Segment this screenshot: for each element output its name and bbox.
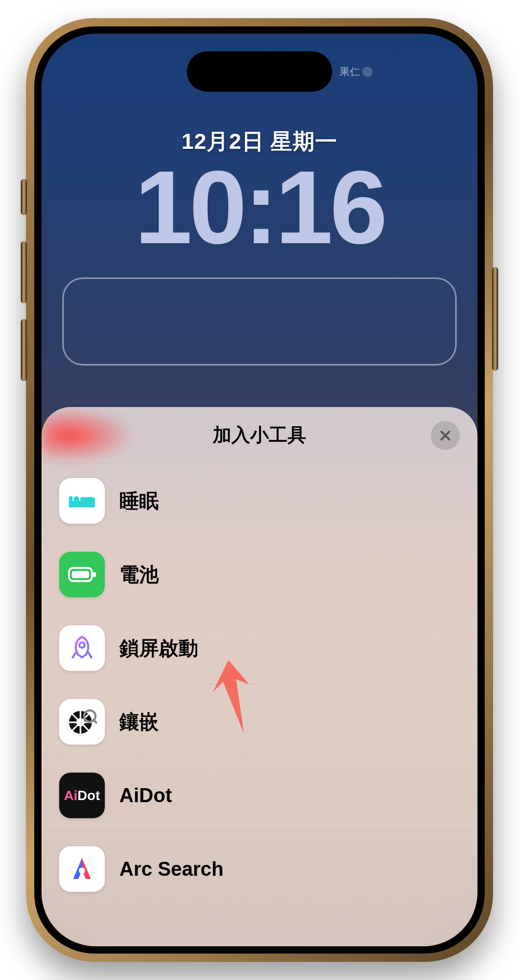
list-item-embed[interactable]: 鑲嵌 xyxy=(42,685,477,759)
list-item-sleep[interactable]: 睡眠 xyxy=(42,464,477,538)
mute-switch[interactable] xyxy=(21,179,27,215)
island-avatar-icon xyxy=(362,66,373,77)
list-item-label: AiDot xyxy=(119,785,172,807)
aidot-icon: AiDot xyxy=(59,773,105,818)
power-button[interactable] xyxy=(492,267,498,371)
add-widget-sheet: 加入小工具 xyxy=(42,407,477,946)
list-item-battery[interactable]: 電池 xyxy=(42,538,477,611)
list-item-label: 睡眠 xyxy=(119,488,159,514)
sheet-title: 加入小工具 xyxy=(213,423,306,448)
list-item-aidot[interactable]: AiDot AiDot xyxy=(42,759,477,832)
list-item-lock-launch[interactable]: 鎖屏啟動 xyxy=(42,611,477,685)
redaction-smudge xyxy=(42,407,135,464)
phone-bezel: 果仁 12月2日 星期一 10:16 加入小工具 xyxy=(34,26,485,954)
svg-rect-0 xyxy=(69,501,95,508)
svg-rect-3 xyxy=(80,497,95,502)
sheet-header: 加入小工具 xyxy=(42,407,477,464)
bed-icon xyxy=(59,478,105,524)
svg-rect-1 xyxy=(69,496,73,508)
svg-rect-6 xyxy=(93,572,96,577)
list-item-label: 鑲嵌 xyxy=(119,709,159,735)
close-button[interactable] xyxy=(431,421,460,450)
svg-point-2 xyxy=(74,496,79,502)
lock-time: 10:16 xyxy=(42,148,477,267)
svg-rect-5 xyxy=(72,571,89,578)
widget-list: 睡眠 電池 xyxy=(42,464,477,905)
battery-icon xyxy=(59,552,105,597)
phone-frame: 果仁 12月2日 星期一 10:16 加入小工具 xyxy=(26,18,493,962)
svg-point-11 xyxy=(79,867,85,874)
wheel-icon xyxy=(59,699,105,745)
close-icon xyxy=(439,429,452,442)
widget-slot[interactable] xyxy=(62,277,457,366)
volume-up[interactable] xyxy=(21,241,27,303)
list-item-arc[interactable]: Arc Search xyxy=(42,832,477,905)
list-item-label: 鎖屏啟動 xyxy=(119,635,198,662)
list-item-label: 電池 xyxy=(119,562,159,588)
svg-point-7 xyxy=(79,642,85,648)
list-item-label: Arc Search xyxy=(119,858,224,880)
island-label: 果仁 xyxy=(339,65,373,79)
volume-down[interactable] xyxy=(21,319,27,381)
arc-icon xyxy=(59,846,105,892)
dynamic-island[interactable]: 果仁 xyxy=(187,51,332,92)
rocket-icon xyxy=(59,625,105,671)
screen: 果仁 12月2日 星期一 10:16 加入小工具 xyxy=(42,34,477,946)
island-text: 果仁 xyxy=(339,65,360,79)
